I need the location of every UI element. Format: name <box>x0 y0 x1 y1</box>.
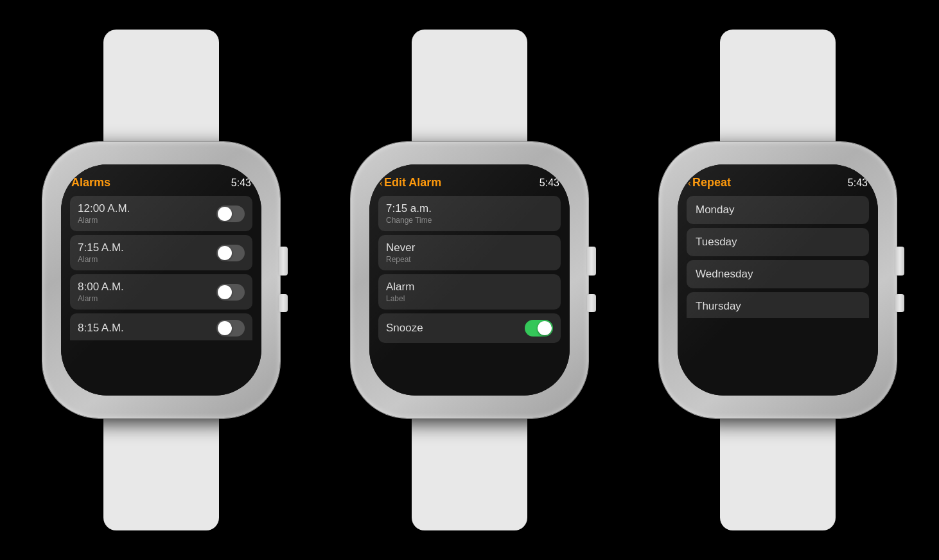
edit-time-label: Change Time <box>386 216 432 225</box>
screen-header-2: ‹ Edit Alarm 5:43 <box>378 176 561 189</box>
watch-body-2: ‹ Edit Alarm 5:43 7:15 a.m. Change Time … <box>351 142 588 418</box>
watch-repeat: ‹ Repeat 5:43 Monday Tuesday Wednesday T… <box>643 30 913 530</box>
band-top-2 <box>412 30 527 145</box>
edit-alarm-value: Alarm <box>386 281 414 293</box>
screen-time-2: 5:43 <box>540 177 559 189</box>
band-bottom-3 <box>720 415 836 530</box>
toggle-4[interactable] <box>216 320 245 337</box>
watch-alarms: Alarms 5:43 12:00 A.M. Alarm 7:15 A.M. A… <box>26 30 296 530</box>
day-label-wednesday: Wednesday <box>696 268 753 280</box>
day-item-thursday-partial[interactable]: Thursday <box>687 292 869 318</box>
watch-button-1 <box>279 294 288 312</box>
alarm-item-2[interactable]: 7:15 A.M. Alarm <box>70 235 252 270</box>
watch-screen-3: ‹ Repeat 5:43 Monday Tuesday Wednesday T… <box>678 164 878 396</box>
band-top-1 <box>103 30 219 145</box>
band-bottom-2 <box>412 415 527 530</box>
toggle-3[interactable] <box>216 284 245 301</box>
screen-header-1: Alarms 5:43 <box>70 176 252 189</box>
edit-item-snooze[interactable]: Snooze <box>378 313 561 343</box>
back-chevron-2[interactable]: ‹ <box>380 177 383 188</box>
watch-button-2 <box>587 294 596 312</box>
edit-time-value: 7:15 a.m. <box>386 202 432 215</box>
watch-screen-2: ‹ Edit Alarm 5:43 7:15 a.m. Change Time … <box>369 164 570 396</box>
watch-edit-alarm: ‹ Edit Alarm 5:43 7:15 a.m. Change Time … <box>335 30 604 530</box>
alarm-item-4-partial[interactable]: 8:15 A.M. <box>70 313 252 340</box>
screen-title-2: Edit Alarm <box>384 176 441 189</box>
watch-button-3 <box>895 294 904 312</box>
alarm-time-3: 8:00 A.M. <box>78 281 124 293</box>
toggle-1[interactable] <box>216 206 245 222</box>
band-bottom-1 <box>103 415 219 530</box>
back-chevron-3[interactable]: ‹ <box>688 177 691 188</box>
screen-header-3: ‹ Repeat 5:43 <box>687 176 869 189</box>
alarm-label-3: Alarm <box>78 294 124 303</box>
day-label-thursday: Thursday <box>696 300 741 312</box>
band-top-3 <box>720 30 836 145</box>
alarm-item-3[interactable]: 8:00 A.M. Alarm <box>70 274 252 310</box>
watch-crown-2 <box>587 247 596 276</box>
watch-crown-3 <box>895 247 904 276</box>
screen-time-3: 5:43 <box>848 177 868 189</box>
alarm-time-4: 8:15 A.M. <box>78 322 124 335</box>
edit-snooze-label: Snooze <box>386 322 423 335</box>
alarm-label-2: Alarm <box>78 255 124 264</box>
day-label-tuesday: Tuesday <box>696 236 737 248</box>
edit-item-repeat[interactable]: Never Repeat <box>378 235 561 270</box>
day-item-tuesday[interactable]: Tuesday <box>687 228 869 256</box>
screen-title-1: Alarms <box>71 176 110 189</box>
watch-body-3: ‹ Repeat 5:43 Monday Tuesday Wednesday T… <box>659 142 897 418</box>
toggle-2[interactable] <box>216 245 245 261</box>
day-item-monday[interactable]: Monday <box>687 196 869 224</box>
day-item-wednesday[interactable]: Wednesday <box>687 260 869 288</box>
alarm-time-1: 12:00 A.M. <box>78 202 130 215</box>
edit-alarm-label: Label <box>386 294 414 303</box>
day-label-monday: Monday <box>696 204 734 216</box>
alarm-item-1[interactable]: 12:00 A.M. Alarm <box>70 196 252 231</box>
alarm-time-2: 7:15 A.M. <box>78 241 124 254</box>
edit-item-label[interactable]: Alarm Label <box>378 274 561 310</box>
watch-body-1: Alarms 5:43 12:00 A.M. Alarm 7:15 A.M. A… <box>42 142 280 418</box>
screen-title-3: Repeat <box>692 176 731 189</box>
screen-time-1: 5:43 <box>231 177 251 189</box>
edit-repeat-label: Repeat <box>386 255 415 264</box>
watch-crown-1 <box>279 247 288 276</box>
edit-item-time[interactable]: 7:15 a.m. Change Time <box>378 196 561 231</box>
edit-repeat-value: Never <box>386 241 415 254</box>
watch-screen-1: Alarms 5:43 12:00 A.M. Alarm 7:15 A.M. A… <box>61 164 261 396</box>
snooze-toggle[interactable] <box>525 320 553 337</box>
alarm-label-1: Alarm <box>78 216 130 225</box>
